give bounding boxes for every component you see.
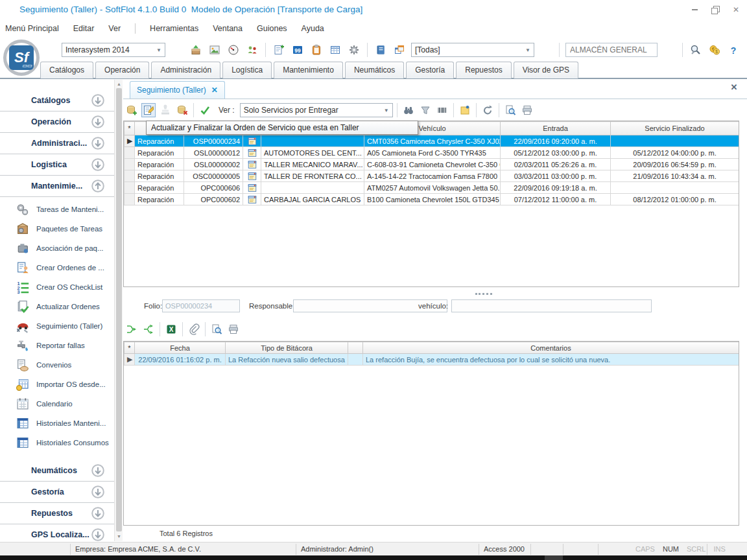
sidebar-item-actualizar-ordenes[interactable]: Actualizar Ordenes	[0, 297, 114, 316]
sidebar-section-gps-localiza-[interactable]: GPS Localiza...	[0, 524, 114, 541]
module-tab-operaci-n[interactable]: Operación	[95, 62, 149, 78]
almacen-input[interactable]	[565, 43, 658, 57]
branch-out-icon[interactable]	[141, 322, 156, 336]
menu-item-guiones[interactable]: Guiones	[257, 24, 287, 33]
printer-icon[interactable]	[520, 103, 534, 117]
sidebar-item-paquetes-de-tareas[interactable]: Paquetes de Tareas	[0, 219, 114, 239]
column-header-indicator[interactable]: *	[124, 342, 135, 354]
excel-icon[interactable]: X	[164, 322, 178, 336]
column-header-tipo[interactable]: Tipo de Bitácora	[226, 342, 348, 354]
sidebar-section-repuestos[interactable]: Repuestos	[0, 503, 114, 524]
sidebar-item-reportar-fallas[interactable]: Reportar fallas	[0, 336, 114, 355]
column-header-fecha[interactable]: Fecha	[135, 342, 226, 354]
menu-item-ventana[interactable]: Ventana	[213, 24, 243, 33]
sidebar-item-crear-ordenes-de-[interactable]: Crear Ordenes de ...	[0, 258, 114, 277]
help-icon[interactable]: ?	[726, 43, 741, 57]
module-tab-visor-de-gps[interactable]: Visor de GPS	[514, 62, 578, 78]
todas-combobox[interactable]: [Todas]▼	[411, 43, 534, 57]
collapse-up-icon[interactable]	[91, 179, 105, 193]
branch-in-icon[interactable]	[124, 322, 139, 336]
scroll-up-icon[interactable]: ▲	[116, 81, 122, 87]
sidebar-section-administraci-[interactable]: Administraci...	[0, 133, 114, 154]
menu-item-ayuda[interactable]: Ayuda	[302, 24, 324, 33]
folio-field[interactable]	[162, 299, 240, 312]
table-row[interactable]: ReparaciónOPC000602CARBAJAL GARCIA CARLO…	[124, 194, 739, 205]
expand-down-icon[interactable]	[91, 115, 105, 129]
sidebar-item-tareas-de-manteni-[interactable]: Tareas de Manteni...	[0, 200, 114, 219]
book-blue-icon[interactable]	[374, 43, 388, 57]
zoom-page-icon[interactable]	[503, 103, 517, 117]
table-row[interactable]: ReparaciónOSL00000002TALLER MECANICO MAR…	[124, 159, 739, 170]
expand-down-icon[interactable]	[91, 136, 105, 150]
expand-down-icon[interactable]	[91, 528, 105, 541]
sidebar-item-calendario[interactable]: Calendario	[0, 394, 114, 414]
module-tab-mantenimiento[interactable]: Mantenimiento	[274, 62, 343, 78]
sidebar-item-importar-os-desde-[interactable]: Importar OS desde...	[0, 375, 114, 394]
module-tab-gestor-a[interactable]: Gestoría	[406, 62, 454, 78]
menu-item-editar[interactable]: Editar	[73, 24, 95, 33]
tab-close-icon[interactable]: ✕	[211, 86, 218, 95]
m-badge-icon[interactable]	[43, 43, 57, 57]
sidebar-item-historiales-consumos[interactable]: Historiales Consumos	[0, 433, 114, 452]
table-row[interactable]: ReparaciónOPC000606ATM0257 Automovil Vol…	[124, 182, 739, 194]
column-header-entrada[interactable]: Entrada	[501, 122, 611, 135]
sidebar-item-asociaci-n-de-paq-[interactable]: Asociación de paq...	[0, 239, 114, 258]
table-blue-icon[interactable]	[328, 43, 342, 57]
module-tab-cat-logos[interactable]: Catálogos	[40, 62, 93, 78]
column-header-finalizado[interactable]: Servicio Finalizado	[611, 122, 739, 135]
column-header-gap[interactable]	[348, 342, 363, 354]
table-row[interactable]: ReparaciónOSL00000012AUTOMOTORES DEL CEN…	[124, 147, 739, 159]
module-tab-repuestos[interactable]: Repuestos	[456, 62, 511, 78]
vehiculo-field[interactable]	[451, 299, 652, 312]
box-update-icon[interactable]	[189, 43, 203, 57]
close-button[interactable]: ✕	[731, 5, 741, 14]
sidebar-section-cat-logos[interactable]: Catálogos	[0, 90, 114, 111]
sidebar-item-convenios[interactable]: Convenios	[0, 355, 114, 375]
doc-edit-icon[interactable]	[141, 103, 156, 117]
wrench-search-icon[interactable]	[689, 43, 703, 57]
check-icon[interactable]	[198, 103, 212, 117]
expand-down-icon[interactable]	[91, 158, 105, 172]
refresh-icon[interactable]	[480, 103, 495, 117]
menu-item-ver[interactable]: Ver	[108, 24, 121, 33]
menu-item-men-principal[interactable]: Menú Principal	[5, 24, 59, 33]
db-del-icon[interactable]	[175, 103, 189, 117]
sidebar-section-mantenimie-[interactable]: Mantenimie...	[0, 176, 114, 197]
workspace-close-icon[interactable]: ✕	[729, 82, 739, 93]
column-header-comentarios[interactable]: Comentarios	[363, 342, 739, 354]
window-copy-icon[interactable]	[392, 43, 407, 57]
coins-icon[interactable]: €$	[707, 43, 722, 57]
menu-item-herramientas[interactable]: Herramientas	[150, 24, 198, 33]
profile-combobox[interactable]: Interasystem 2014▼	[62, 43, 165, 57]
ver-combobox[interactable]: Solo Servicios por Entregar▼	[240, 103, 393, 117]
expand-down-icon[interactable]	[91, 463, 105, 478]
users-icon[interactable]	[245, 43, 259, 57]
doc-plus-icon[interactable]	[272, 43, 286, 57]
module-tab-log-stica[interactable]: Logística	[222, 62, 272, 78]
table-row[interactable]: ▶22/09/2016 01:16:02 p. m.La Refacción n…	[124, 354, 739, 366]
sidebar-item-historiales-manteni-[interactable]: Historiales Manteni...	[0, 414, 114, 433]
expand-down-icon[interactable]	[91, 93, 105, 108]
sidebar-section-gestor-a[interactable]: Gestoría	[0, 482, 114, 503]
minimize-button[interactable]	[690, 5, 699, 14]
expand-down-icon[interactable]	[91, 485, 105, 499]
expand-down-icon[interactable]	[91, 506, 105, 520]
table-row[interactable]: ▶ReparaciónOSP00000234CMT0356 Camioneta …	[124, 135, 739, 147]
home-icon[interactable]	[539, 43, 553, 57]
gauge-icon[interactable]	[226, 43, 241, 57]
funnel-icon[interactable]	[418, 103, 433, 117]
document-tab-seguimiento[interactable]: Seguimiento (Taller) ✕	[130, 81, 225, 99]
zoom-page-icon[interactable]	[209, 322, 224, 336]
scroll-down-icon[interactable]: ▼	[116, 533, 122, 539]
clipboard-icon[interactable]	[309, 43, 324, 57]
binoculars-icon[interactable]	[401, 103, 416, 117]
badge-99-icon[interactable]: 99	[290, 43, 305, 57]
barcode-icon[interactable]	[435, 103, 449, 117]
note-icon[interactable]	[458, 103, 472, 117]
scrollbar-thumb[interactable]	[116, 88, 122, 531]
paperclip-icon[interactable]	[187, 322, 201, 336]
sidebar-item-crear-os-checklist[interactable]: 123Crear OS CheckList	[0, 277, 114, 297]
picture-icon[interactable]	[208, 43, 222, 57]
restore-button[interactable]	[711, 5, 720, 14]
sidebar-item-seguimiento-taller-[interactable]: Seguimiento (Taller)	[0, 316, 114, 336]
